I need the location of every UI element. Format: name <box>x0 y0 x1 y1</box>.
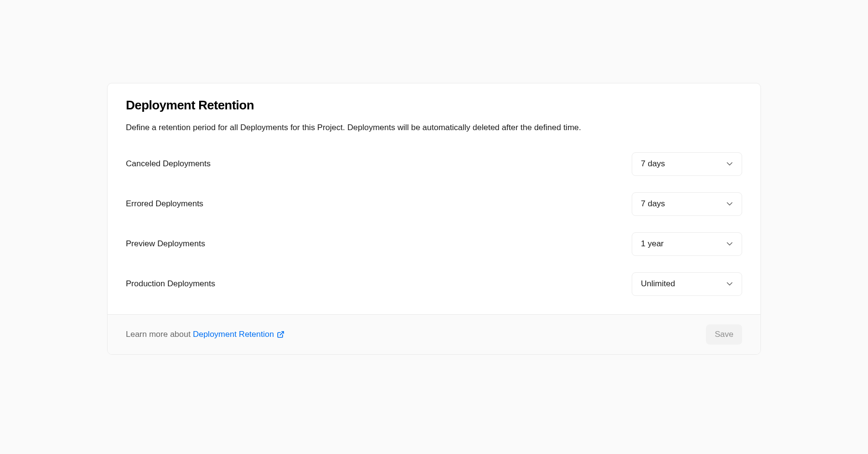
select-production-deployments[interactable]: Unlimited <box>632 272 742 296</box>
deployment-retention-card: Deployment Retention Define a retention … <box>107 83 761 355</box>
select-canceled-deployments[interactable]: 7 days <box>632 152 742 176</box>
setting-row-preview: Preview Deployments 1 year <box>126 232 742 256</box>
setting-row-production: Production Deployments Unlimited <box>126 272 742 296</box>
setting-label-production: Production Deployments <box>126 279 215 289</box>
setting-label-canceled: Canceled Deployments <box>126 159 211 169</box>
card-body: Deployment Retention Define a retention … <box>108 83 760 314</box>
footer-text: Learn more about Deployment Retention <box>126 330 285 339</box>
select-value: Unlimited <box>632 272 742 296</box>
setting-row-errored: Errored Deployments 7 days <box>126 192 742 216</box>
select-preview-deployments[interactable]: 1 year <box>632 232 742 256</box>
learn-more-prefix: Learn more about <box>126 330 193 339</box>
select-value: 7 days <box>632 192 742 216</box>
external-link-icon <box>277 331 285 338</box>
select-value: 7 days <box>632 152 742 176</box>
card-description: Define a retention period for all Deploy… <box>126 121 742 134</box>
link-text: Deployment Retention <box>193 330 274 339</box>
save-button[interactable]: Save <box>706 324 742 345</box>
setting-row-canceled: Canceled Deployments 7 days <box>126 152 742 176</box>
card-footer: Learn more about Deployment Retention Sa… <box>108 314 760 354</box>
select-errored-deployments[interactable]: 7 days <box>632 192 742 216</box>
deployment-retention-link[interactable]: Deployment Retention <box>193 330 285 339</box>
setting-label-errored: Errored Deployments <box>126 199 203 209</box>
card-title: Deployment Retention <box>126 98 742 113</box>
svg-line-0 <box>280 332 284 335</box>
select-value: 1 year <box>632 232 742 256</box>
setting-label-preview: Preview Deployments <box>126 239 205 249</box>
